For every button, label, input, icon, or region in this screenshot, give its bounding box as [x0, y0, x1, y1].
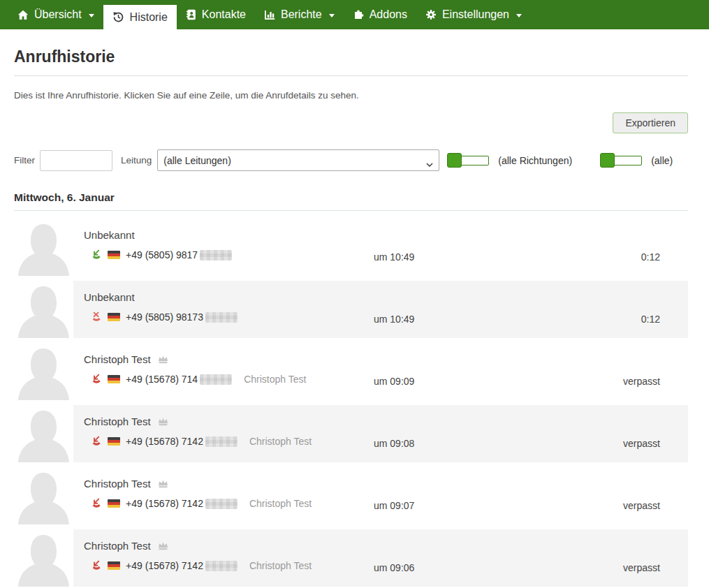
- germany-flag-icon: [108, 437, 120, 446]
- call-time: um 09:08: [374, 438, 414, 449]
- call-result: 0:12: [641, 314, 660, 325]
- avatar: [14, 405, 73, 462]
- page-title: Anrufhistorie: [14, 47, 688, 76]
- avatar: [14, 529, 73, 587]
- nav-item-addons[interactable]: Addons: [344, 0, 416, 29]
- direction-toggle[interactable]: [447, 153, 489, 168]
- incoming-call-icon: [91, 249, 103, 260]
- germany-flag-icon: [108, 251, 120, 259]
- contact-name: Christoph Test: [84, 416, 151, 427]
- nav-item-history[interactable]: Historie: [103, 5, 177, 29]
- call-time: um 09:07: [374, 500, 414, 511]
- incoming-call-icon: [91, 560, 103, 571]
- call-time: um 10:49: [374, 314, 414, 325]
- status-toggle-label: (alle): [651, 155, 673, 166]
- germany-flag-icon: [108, 499, 120, 508]
- redacted-digits: [205, 561, 237, 571]
- incoming-call-icon: [91, 436, 103, 447]
- phone-number: +49 (5805) 98173: [126, 311, 203, 323]
- nav-item-overview[interactable]: Übersicht: [8, 0, 103, 29]
- avatar: [14, 219, 73, 276]
- call-list: Unbekannt +49 (5805) 9817 um 10:49 0:12 …: [14, 219, 688, 587]
- filter-label: Filter: [14, 155, 35, 166]
- home-icon: [17, 10, 29, 20]
- redacted-digits: [205, 436, 237, 447]
- line-name: Christoph Test: [244, 374, 306, 385]
- call-result: verpasst: [623, 438, 660, 449]
- call-row[interactable]: Unbekannt +49 (5805) 98173 um 10:49 0:12: [14, 281, 688, 338]
- call-result: verpasst: [623, 500, 660, 511]
- redacted-digits: [205, 499, 237, 509]
- export-button[interactable]: Exportieren: [613, 112, 688, 133]
- direction-toggle-label: (alle Richtungen): [498, 155, 572, 166]
- chart-icon: [264, 10, 275, 20]
- incoming-call-icon: [91, 374, 103, 385]
- phone-number: +49 (15678) 714: [126, 374, 198, 385]
- phone-number: +49 (5805) 9817: [126, 249, 198, 260]
- call-time: um 09:06: [374, 562, 414, 573]
- line-select[interactable]: (alle Leitungen): [157, 149, 439, 171]
- status-toggle[interactable]: [600, 153, 642, 168]
- contact-name: Unbekannt: [84, 291, 135, 303]
- line-name: Christoph Test: [249, 560, 312, 571]
- redacted-digits: [200, 250, 232, 260]
- caret-down-icon: [329, 14, 335, 17]
- gear-icon: [425, 9, 437, 20]
- status-toggle-handle[interactable]: [600, 153, 615, 168]
- main-content: Anrufhistorie Dies ist Ihre Anrufhistori…: [14, 47, 688, 587]
- avatar: [14, 343, 73, 400]
- phone-number: +49 (15678) 7142: [126, 498, 203, 509]
- line-name: Christoph Test: [249, 436, 312, 447]
- caret-down-icon: [89, 14, 94, 17]
- phone-number: +49 (15678) 7142: [126, 560, 203, 571]
- line-name: Christoph Test: [249, 498, 312, 509]
- germany-flag-icon: [108, 375, 120, 383]
- nav-item-settings[interactable]: Einstellungen: [416, 0, 531, 29]
- crown-icon: [157, 416, 169, 427]
- contact-name: Christoph Test: [84, 478, 151, 490]
- call-time: um 09:09: [374, 376, 414, 387]
- nav-item-label: Kontakte: [202, 8, 246, 21]
- filter-input[interactable]: [40, 150, 112, 171]
- caret-down-icon: [516, 14, 522, 17]
- nav-item-label: Addons: [370, 8, 407, 21]
- direction-toggle-handle[interactable]: [447, 153, 462, 168]
- page-description: Dies ist Ihre Anrufhistorie. Klicken Sie…: [14, 90, 688, 101]
- missed-call-icon: [91, 311, 103, 323]
- date-header: Mittwoch, 6. Januar: [14, 191, 688, 211]
- call-row[interactable]: Christoph Test +49 (15678) 7142 Christop…: [14, 405, 688, 462]
- redacted-digits: [205, 312, 237, 323]
- puzzle-icon: [353, 9, 364, 20]
- contact-name: Unbekannt: [84, 229, 135, 241]
- nav-item-label: Übersicht: [34, 8, 82, 21]
- call-row[interactable]: Christoph Test +49 (15678) 714 Christoph…: [14, 343, 688, 400]
- status-toggle-track[interactable]: [613, 156, 642, 166]
- contacts-icon: [186, 9, 196, 20]
- nav-item-label: Historie: [130, 11, 168, 24]
- redacted-digits: [200, 374, 232, 385]
- filter-bar: Filter Leitung (alle Leitungen) (alle Ri…: [14, 149, 688, 171]
- call-row[interactable]: Unbekannt +49 (5805) 9817 um 10:49 0:12: [14, 219, 688, 276]
- nav-item-label: Einstellungen: [442, 8, 509, 21]
- navbar: Übersicht Historie Kontakte Berichte Add…: [0, 0, 709, 29]
- call-result: verpasst: [623, 562, 660, 573]
- avatar: [14, 467, 73, 524]
- call-row[interactable]: Christoph Test +49 (15678) 7142 Christop…: [14, 529, 688, 587]
- crown-icon: [157, 354, 169, 365]
- germany-flag-icon: [108, 313, 120, 321]
- germany-flag-icon: [108, 561, 120, 570]
- history-icon: [112, 11, 124, 23]
- crown-icon: [157, 541, 169, 551]
- line-label: Leitung: [121, 155, 152, 166]
- phone-number: +49 (15678) 7142: [126, 436, 203, 447]
- call-row[interactable]: Christoph Test +49 (15678) 7142 Christop…: [14, 467, 688, 524]
- direction-toggle-track[interactable]: [460, 156, 489, 166]
- contact-name: Christoph Test: [84, 540, 151, 552]
- nav-item-label: Berichte: [281, 8, 322, 21]
- call-result: verpasst: [623, 376, 660, 387]
- crown-icon: [157, 478, 169, 489]
- call-result: 0:12: [641, 251, 660, 263]
- call-time: um 10:49: [374, 251, 414, 263]
- nav-item-reports[interactable]: Berichte: [255, 0, 344, 29]
- nav-item-contacts[interactable]: Kontakte: [177, 0, 255, 29]
